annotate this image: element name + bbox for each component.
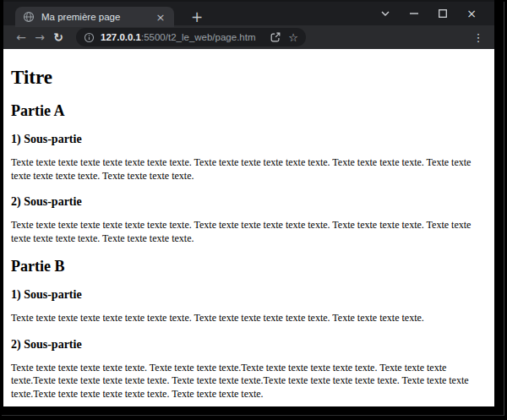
- page-content: Titre Partie A 1) Sous-partie Texte text…: [3, 49, 494, 406]
- close-window-button[interactable]: ×: [457, 2, 486, 25]
- subsection-heading-a2: 2) Sous-partie: [11, 195, 488, 209]
- paragraph-a2: Texte texte texte texte texte texte text…: [11, 219, 488, 245]
- window-controls: ×: [371, 2, 486, 25]
- address-bar[interactable]: 127.0.0.1:5500/t2_le_web/page.htm ☆: [76, 28, 306, 46]
- tab-close-icon[interactable]: ×: [155, 12, 166, 23]
- bookmark-star-icon[interactable]: ☆: [288, 32, 298, 43]
- page-title: Titre: [11, 67, 488, 89]
- paragraph-b2: Texte texte texte texte texte texte. Tex…: [11, 362, 488, 401]
- reload-icon[interactable]: ↻: [49, 30, 68, 44]
- browser-menu-icon[interactable]: ⋮: [471, 31, 486, 44]
- forward-icon[interactable]: →: [30, 30, 49, 44]
- tab-title: Ma première page: [41, 12, 155, 22]
- browser-tab[interactable]: Ma première page ×: [15, 7, 174, 27]
- section-heading-a: Partie A: [11, 102, 488, 120]
- back-icon[interactable]: ←: [12, 30, 30, 44]
- new-tab-button[interactable]: +: [186, 6, 208, 28]
- browser-window: Ma première page × + × ← → ↻: [3, 0, 494, 406]
- subsection-heading-a1: 1) Sous-partie: [11, 133, 488, 146]
- share-icon[interactable]: [270, 31, 281, 43]
- globe-favicon-icon: [23, 11, 35, 23]
- window-edge-right: [504, 2, 504, 416]
- paragraph-b1: Texte texte texte texte texte texte text…: [11, 312, 488, 325]
- url-text: 127.0.0.1:5500/t2_le_web/page.htm: [101, 32, 263, 42]
- minimize-button[interactable]: [400, 2, 428, 25]
- site-info-icon[interactable]: [84, 32, 95, 43]
- chevron-down-icon[interactable]: [371, 2, 400, 25]
- section-heading-b: Partie B: [11, 258, 488, 275]
- url-path: :5500/t2_le_web/page.htm: [141, 32, 256, 42]
- url-host: 127.0.0.1: [101, 32, 141, 42]
- subsection-heading-b2: 2) Sous-partie: [11, 338, 488, 352]
- window-edge-bottom: [2, 415, 504, 416]
- tab-strip: Ma première page × + ×: [3, 0, 494, 25]
- subsection-heading-b1: 1) Sous-partie: [11, 288, 488, 302]
- browser-toolbar: ← → ↻ 127.0.0.1:5500/t2_le_web/page.htm …: [3, 25, 494, 49]
- paragraph-a1: Texte texte texte texte texte texte text…: [11, 156, 488, 183]
- maximize-button[interactable]: [428, 2, 457, 25]
